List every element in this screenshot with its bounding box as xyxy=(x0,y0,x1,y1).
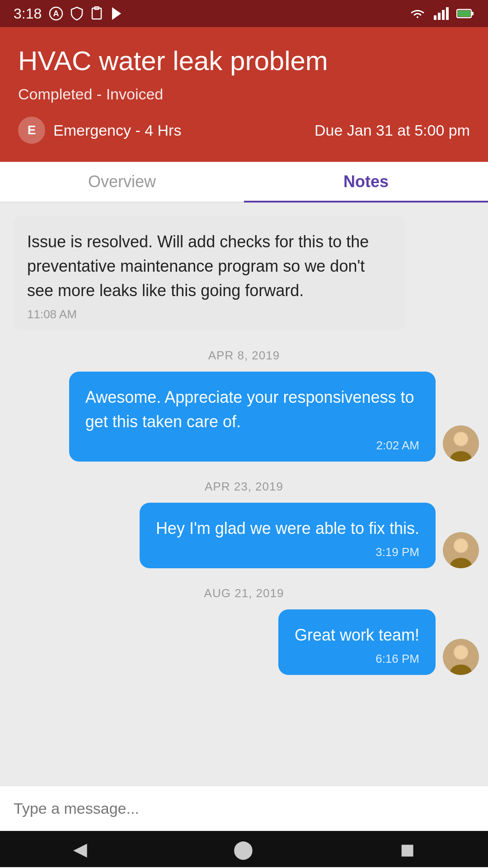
recent-button[interactable]: ◼ xyxy=(400,839,415,859)
list-item: Awesome. Appreciate your responsiveness … xyxy=(0,367,488,466)
message-time: 3:19 PM xyxy=(156,545,419,559)
emergency-badge: E xyxy=(18,117,45,144)
message-time: 6:16 PM xyxy=(295,652,419,666)
priority-info: E Emergency - 4 Hrs xyxy=(18,117,181,144)
avatar-image xyxy=(443,532,479,568)
header-meta: E Emergency - 4 Hrs Due Jan 31 at 5:00 p… xyxy=(18,117,470,144)
message-time: 11:08 AM xyxy=(27,307,392,321)
message-text: Hey I'm glad we were able to fix this. xyxy=(156,516,419,541)
svg-point-19 xyxy=(455,539,467,552)
status-badge: Completed - Invoiced xyxy=(18,85,470,103)
avast-icon: A xyxy=(49,6,63,21)
avatar-image xyxy=(443,639,479,675)
wifi-icon xyxy=(409,7,426,20)
avatar xyxy=(443,425,479,462)
svg-marker-4 xyxy=(112,7,121,20)
avatar xyxy=(443,532,479,568)
message-text: Great work team! xyxy=(295,623,419,647)
svg-rect-11 xyxy=(471,12,474,15)
svg-point-23 xyxy=(455,646,467,659)
incoming-bubble: Issue is resolved. Will add checks for t… xyxy=(14,216,405,330)
tab-notes-label: Notes xyxy=(343,172,389,191)
shield-icon xyxy=(70,6,83,21)
header: HVAC water leak problem Completed - Invo… xyxy=(0,27,488,162)
bottom-nav: ◀ ⬤ ◼ xyxy=(0,831,488,867)
list-item: Great work team! 6:16 PM xyxy=(0,605,488,679)
due-date: Due Jan 31 at 5:00 pm xyxy=(314,122,470,139)
priority-label: Emergency - 4 Hrs xyxy=(53,122,181,139)
status-left: 3:18 A xyxy=(14,5,123,22)
play-icon xyxy=(110,6,123,21)
svg-rect-10 xyxy=(458,10,470,17)
svg-rect-6 xyxy=(438,13,441,20)
list-item: Hey I'm glad we were able to fix this. 3… xyxy=(0,498,488,573)
message-text: Issue is resolved. Will add checks for t… xyxy=(27,230,392,303)
date-separator: AUG 21, 2019 xyxy=(0,573,488,605)
page-title: HVAC water leak problem xyxy=(18,45,470,76)
status-time: 3:18 xyxy=(14,5,42,22)
status-right xyxy=(409,7,474,20)
tabs-bar: Overview Notes xyxy=(0,162,488,203)
signal-icon xyxy=(433,7,449,20)
outgoing-bubble: Hey I'm glad we were able to fix this. 3… xyxy=(140,503,436,568)
message-time: 2:02 AM xyxy=(85,439,419,453)
notes-content: Issue is resolved. Will add checks for t… xyxy=(0,203,488,786)
message-input-bar xyxy=(0,786,488,831)
message-text: Awesome. Appreciate your responsiveness … xyxy=(85,385,419,434)
message-input[interactable] xyxy=(14,800,474,817)
date-separator: APR 23, 2019 xyxy=(0,466,488,498)
avatar-image xyxy=(443,425,479,462)
tab-overview[interactable]: Overview xyxy=(0,162,244,202)
tab-overview-label: Overview xyxy=(88,172,156,191)
tab-notes[interactable]: Notes xyxy=(244,162,488,202)
status-bar: 3:18 A xyxy=(0,0,488,27)
outgoing-bubble: Awesome. Appreciate your responsiveness … xyxy=(69,372,436,462)
clipboard-icon xyxy=(90,6,103,21)
battery-icon xyxy=(456,8,474,19)
svg-text:A: A xyxy=(53,9,59,18)
list-item: Issue is resolved. Will add checks for t… xyxy=(0,212,488,335)
back-button[interactable]: ◀ xyxy=(73,839,87,859)
svg-rect-7 xyxy=(442,10,445,20)
avatar xyxy=(443,639,479,675)
svg-rect-5 xyxy=(434,15,436,20)
svg-rect-8 xyxy=(446,7,449,20)
date-separator: APR 8, 2019 xyxy=(0,335,488,367)
svg-point-15 xyxy=(455,433,467,445)
home-button[interactable]: ⬤ xyxy=(233,839,253,859)
outgoing-bubble: Great work team! 6:16 PM xyxy=(278,609,436,675)
